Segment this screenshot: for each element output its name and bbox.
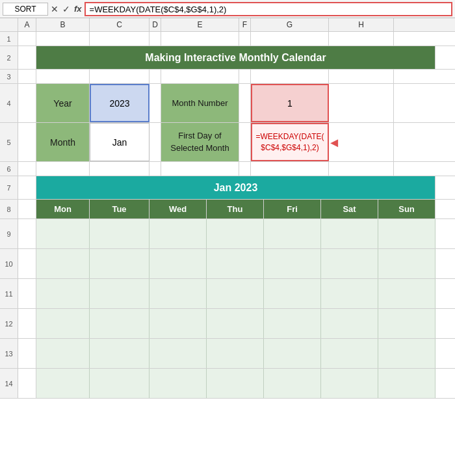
- cal-cell-14-1[interactable]: [90, 369, 150, 398]
- cell-a5[interactable]: [18, 123, 36, 161]
- cell-e6[interactable]: [161, 162, 239, 176]
- cal-cell-13-0[interactable]: [36, 339, 90, 368]
- cell-a7[interactable]: [18, 176, 36, 199]
- cal-cell-12-2[interactable]: [150, 309, 207, 338]
- cell-a10[interactable]: [18, 249, 36, 278]
- cal-cell-12-5[interactable]: [321, 309, 378, 338]
- cell-g6[interactable]: [251, 162, 329, 176]
- cal-cell-11-1[interactable]: [90, 279, 150, 308]
- cell-h7[interactable]: [436, 176, 455, 199]
- cal-cell-13-4[interactable]: [264, 339, 321, 368]
- cell-a4[interactable]: [18, 84, 36, 122]
- cal-cell-9-0[interactable]: [36, 219, 90, 248]
- cell-a9[interactable]: [18, 219, 36, 248]
- cell-a1[interactable]: [18, 32, 36, 46]
- cell-c1[interactable]: [90, 32, 150, 46]
- cell-a11[interactable]: [18, 279, 36, 308]
- cell-h4[interactable]: [329, 84, 394, 122]
- confirm-icon[interactable]: ✓: [62, 4, 70, 14]
- cell-b1[interactable]: [36, 32, 90, 46]
- cal-cell-12-4[interactable]: [264, 309, 321, 338]
- cell-c3[interactable]: [90, 70, 150, 83]
- cell-e3[interactable]: [161, 70, 239, 83]
- cal-cell-9-5[interactable]: [321, 219, 378, 248]
- cell-a6[interactable]: [18, 162, 36, 176]
- cell-h10-end[interactable]: [436, 249, 455, 278]
- cal-cell-14-0[interactable]: [36, 369, 90, 398]
- cal-cell-12-3[interactable]: [207, 309, 264, 338]
- cell-h3[interactable]: [329, 70, 394, 83]
- cell-d1[interactable]: [150, 32, 161, 46]
- cal-cell-12-6[interactable]: [378, 309, 436, 338]
- cal-cell-9-2[interactable]: [150, 219, 207, 248]
- cell-g1[interactable]: [251, 32, 329, 46]
- month-number-label[interactable]: Month Number: [161, 84, 239, 122]
- cal-cell-11-2[interactable]: [150, 279, 207, 308]
- cell-a12[interactable]: [18, 309, 36, 338]
- month-label[interactable]: Month: [36, 123, 90, 161]
- cell-c6[interactable]: [90, 162, 150, 176]
- cal-cell-10-6[interactable]: [378, 249, 436, 278]
- cal-cell-11-5[interactable]: [321, 279, 378, 308]
- cell-f5[interactable]: [239, 123, 251, 161]
- month-value[interactable]: Jan: [90, 123, 150, 161]
- cell-h2[interactable]: [436, 46, 455, 69]
- cell-h14-end[interactable]: [436, 369, 455, 398]
- cal-cell-14-5[interactable]: [321, 369, 378, 398]
- cell-d6[interactable]: [150, 162, 161, 176]
- cal-cell-9-1[interactable]: [90, 219, 150, 248]
- month-number-value[interactable]: 1: [251, 84, 329, 122]
- year-value[interactable]: 2023: [90, 84, 150, 122]
- cell-f6[interactable]: [239, 162, 251, 176]
- cal-cell-14-6[interactable]: [378, 369, 436, 398]
- cal-cell-9-6[interactable]: [378, 219, 436, 248]
- cell-g3[interactable]: [251, 70, 329, 83]
- cal-cell-10-5[interactable]: [321, 249, 378, 278]
- title-cell[interactable]: Making Interactive Monthly Calendar: [36, 46, 436, 69]
- cal-cell-10-4[interactable]: [264, 249, 321, 278]
- first-day-label[interactable]: First Day of Selected Month: [161, 123, 239, 161]
- year-label[interactable]: Year: [36, 84, 90, 122]
- cal-cell-10-1[interactable]: [90, 249, 150, 278]
- cal-cell-11-4[interactable]: [264, 279, 321, 308]
- cal-cell-14-4[interactable]: [264, 369, 321, 398]
- cell-h13-end[interactable]: [436, 339, 455, 368]
- cal-cell-14-3[interactable]: [207, 369, 264, 398]
- cal-cell-10-3[interactable]: [207, 249, 264, 278]
- formula-cell[interactable]: =WEEKDAY(DATE( $C$4,$G$4,1),2) ◄: [251, 123, 329, 161]
- cell-f4[interactable]: [239, 84, 251, 122]
- cal-cell-11-6[interactable]: [378, 279, 436, 308]
- name-box[interactable]: SORT: [3, 3, 48, 16]
- cell-d4[interactable]: [150, 84, 161, 122]
- cell-f3[interactable]: [239, 70, 251, 83]
- cal-cell-13-6[interactable]: [378, 339, 436, 368]
- cal-cell-10-2[interactable]: [150, 249, 207, 278]
- cell-h12-end[interactable]: [436, 309, 455, 338]
- cal-cell-10-0[interactable]: [36, 249, 90, 278]
- cal-cell-13-5[interactable]: [321, 339, 378, 368]
- cell-h6[interactable]: [329, 162, 394, 176]
- calendar-title[interactable]: Jan 2023: [36, 176, 436, 199]
- cal-cell-12-0[interactable]: [36, 309, 90, 338]
- formula-input[interactable]: =WEEKDAY(DATE($C$4,$G$4,1),2): [84, 2, 452, 16]
- cal-cell-13-1[interactable]: [90, 339, 150, 368]
- cell-a8[interactable]: [18, 200, 36, 218]
- cell-h11-end[interactable]: [436, 279, 455, 308]
- cell-b6[interactable]: [36, 162, 90, 176]
- cal-cell-12-1[interactable]: [90, 309, 150, 338]
- cell-a2[interactable]: [18, 46, 36, 69]
- cal-cell-14-2[interactable]: [150, 369, 207, 398]
- cell-h8-end[interactable]: [436, 200, 455, 218]
- cal-cell-9-3[interactable]: [207, 219, 264, 248]
- cal-cell-9-4[interactable]: [264, 219, 321, 248]
- cell-h1[interactable]: [329, 32, 394, 46]
- cal-cell-11-3[interactable]: [207, 279, 264, 308]
- cell-d3[interactable]: [150, 70, 161, 83]
- cell-a3[interactable]: [18, 70, 36, 83]
- cell-e1[interactable]: [161, 32, 239, 46]
- cell-f1[interactable]: [239, 32, 251, 46]
- cell-h9-end[interactable]: [436, 219, 455, 248]
- cell-b3[interactable]: [36, 70, 90, 83]
- cal-cell-11-0[interactable]: [36, 279, 90, 308]
- cancel-icon[interactable]: ✕: [51, 4, 58, 14]
